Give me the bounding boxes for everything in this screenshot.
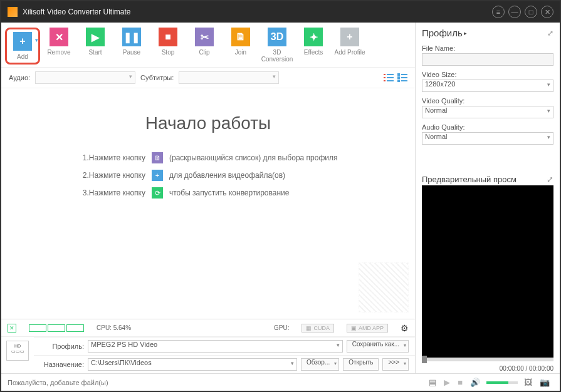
hd-profile-icon: HD▭▭▭ — [6, 341, 29, 361]
destination-combo[interactable]: C:\Users\ПК\Videos — [88, 358, 297, 371]
close-button[interactable]: ✕ — [541, 6, 553, 18]
cuda-button[interactable]: ▦ CUDA — [301, 324, 334, 333]
picture-icon[interactable]: 🖼 — [524, 378, 532, 387]
pause-button[interactable]: ❚❚Pause — [114, 28, 149, 64]
effects-icon: ✦ — [304, 28, 323, 46]
svg-rect-1 — [387, 74, 394, 75]
stop-button[interactable]: ■Stop — [150, 28, 186, 64]
svg-rect-5 — [387, 80, 394, 81]
step-icon: ⟳ — [152, 187, 163, 199]
remove-button[interactable]: ✕Remove — [41, 28, 76, 64]
detail-view-icon[interactable] — [397, 73, 407, 82]
titlebar: Xilisoft Video Converter Ultimate ≡ — □ … — [1, 1, 560, 23]
profile-label: Профиль: — [40, 343, 84, 350]
stack-icon[interactable]: ▤ — [429, 378, 436, 387]
filename-input[interactable] — [422, 53, 553, 66]
svg-rect-10 — [397, 80, 400, 82]
timeline-segments — [29, 324, 84, 332]
aquality-label: Audio Quality: — [422, 123, 553, 131]
3d-conversion-icon: 3D — [268, 28, 286, 46]
step-item: 2.Нажмите кнопку+для добавления видеофай… — [70, 170, 346, 181]
destination-label: Назначение: — [40, 361, 84, 368]
open-button[interactable]: Открыть — [343, 358, 379, 371]
snapshot-icon[interactable]: 📷 — [540, 378, 550, 387]
profile-panel-header: Профиль▸ ⤢ — [416, 23, 560, 41]
save-as-button[interactable]: Сохранить как... — [347, 340, 409, 353]
effects-button[interactable]: ✦Effects — [296, 28, 331, 64]
status-text: Пожалуйста, добавьте файл(ы) — [8, 379, 108, 386]
add-profile-button[interactable]: +Add Profile — [332, 28, 367, 64]
join-button[interactable]: 🗎Join — [223, 28, 258, 64]
clip-button[interactable]: ✂Clip — [187, 28, 222, 64]
subtitle-combo[interactable] — [179, 71, 279, 84]
step-item: 3.Нажмите кнопку⟳чтобы запустить конверт… — [70, 187, 346, 199]
step-icon: 🗎 — [152, 152, 163, 163]
vquality-label: Video Quality: — [422, 97, 553, 105]
amd-button[interactable]: ▣ AMD APP — [347, 324, 388, 333]
welcome-heading: Начало работы — [14, 113, 402, 133]
gpu-label: GPU: — [274, 324, 289, 331]
svg-rect-4 — [384, 80, 385, 81]
add-icon: + — [13, 32, 32, 51]
maximize-button[interactable]: □ — [525, 6, 537, 18]
svg-rect-2 — [384, 77, 385, 78]
svg-rect-11 — [401, 80, 407, 81]
cpu-value: 5.64% — [113, 324, 131, 331]
main-area: Начало работы 1.Нажмите кнопку🗎(раскрыва… — [1, 88, 415, 319]
svg-rect-3 — [387, 77, 394, 78]
volume-slider[interactable] — [486, 381, 518, 384]
left-pane: +Add✕Remove▶Start❚❚Pause■Stop✂Clip🗎Join3… — [1, 23, 416, 373]
step-icon: + — [152, 170, 163, 181]
app-title: Xilisoft Video Converter Ultimate — [23, 8, 131, 16]
cpu-label: CPU: — [97, 324, 112, 331]
vquality-select[interactable]: Normal — [422, 106, 553, 118]
svg-rect-0 — [384, 74, 385, 75]
expand-profile-icon[interactable]: ⤢ — [547, 29, 553, 38]
timeline-close-icon[interactable]: ✕ — [8, 324, 16, 333]
timeline-bar: ✕ CPU: 5.64% GPU: ▦ CUDA ▣ AMD APP ⚙ — [1, 319, 415, 336]
clip-icon: ✂ — [195, 28, 214, 46]
svg-rect-7 — [401, 74, 407, 75]
menu-icon[interactable]: ≡ — [492, 6, 505, 18]
join-icon: 🗎 — [231, 28, 250, 46]
expand-preview-icon[interactable]: ⤢ — [547, 175, 553, 184]
svg-rect-9 — [401, 77, 407, 78]
profile-combo[interactable]: MPEG2 PS HD Video — [88, 340, 343, 353]
svg-rect-8 — [397, 76, 400, 79]
add-button[interactable]: +Add — [5, 28, 40, 64]
profile-row: Профиль: MPEG2 PS HD Video Сохранить как… — [34, 337, 415, 355]
filename-label: File Name: — [422, 44, 553, 52]
preview-slider[interactable] — [422, 358, 553, 361]
stop-button[interactable]: ■ — [458, 378, 463, 387]
main-toolbar: +Add✕Remove▶Start❚❚Pause■Stop✂Clip🗎Join3… — [1, 23, 415, 68]
browse-button[interactable]: Обзор... — [301, 358, 339, 371]
preview-header: Предварительный просм ⤢ — [416, 171, 560, 185]
videosize-select[interactable]: 1280x720 — [422, 80, 553, 92]
more-button[interactable]: >>> — [382, 358, 409, 371]
svg-rect-6 — [397, 73, 400, 76]
3d-conversion-button[interactable]: 3D3D Conversion — [260, 28, 295, 64]
watermark-icon — [359, 262, 409, 312]
minimize-button[interactable]: — — [508, 6, 521, 18]
preview-area — [422, 185, 553, 358]
step-item: 1.Нажмите кнопку🗎(раскрывающийся список)… — [70, 152, 346, 163]
add-profile-icon: + — [340, 28, 359, 46]
aquality-select[interactable]: Normal — [422, 132, 553, 145]
subtitle-label: Субтитры: — [140, 74, 174, 81]
audio-label: Аудио: — [9, 74, 30, 81]
start-icon: ▶ — [86, 28, 105, 46]
start-button[interactable]: ▶Start — [78, 28, 113, 64]
steps-list: 1.Нажмите кнопку🗎(раскрывающийся список)… — [70, 152, 346, 199]
volume-icon[interactable]: 🔊 — [470, 378, 480, 387]
play-button[interactable]: ▶ — [444, 378, 450, 387]
pause-icon: ❚❚ — [122, 28, 141, 46]
remove-icon: ✕ — [50, 28, 68, 46]
videosize-label: Video Size: — [422, 71, 553, 78]
destination-row: Назначение: C:\Users\ПК\Videos Обзор... … — [34, 355, 415, 373]
list-view-icon[interactable] — [384, 73, 394, 82]
sub-toolbar: Аудио: Субтитры: — [1, 68, 415, 88]
right-pane: Профиль▸ ⤢ File Name: Video Size: 1280x7… — [416, 23, 560, 373]
gear-icon[interactable]: ⚙ — [401, 323, 409, 333]
audio-combo[interactable] — [35, 71, 135, 84]
app-icon — [8, 7, 18, 17]
